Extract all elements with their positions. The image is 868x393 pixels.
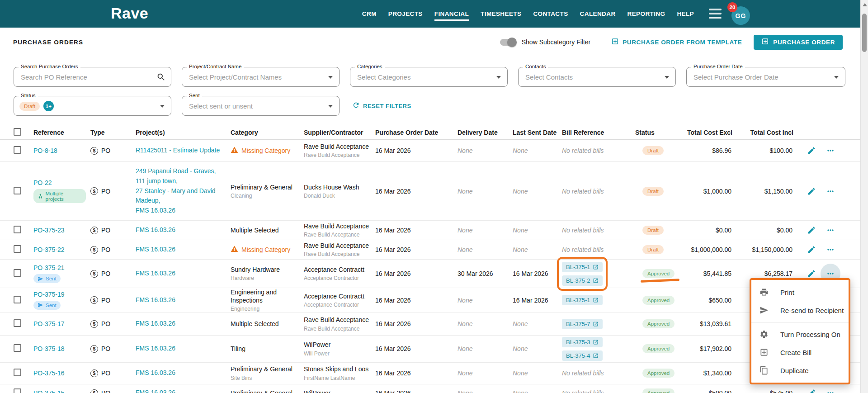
purchase-order-from-template-button[interactable]: PURCHASE ORDER FROM TEMPLATE	[611, 38, 742, 47]
scroll-thumb[interactable]	[862, 14, 867, 52]
more-actions-button[interactable]	[826, 245, 835, 254]
scroll-up-arrow[interactable]	[863, 3, 867, 6]
status-chip-count[interactable]: 1+	[43, 101, 54, 111]
po-reference-link[interactable]: PO-375-22	[33, 246, 64, 253]
nav-item-calendar[interactable]: CALENDAR	[580, 8, 616, 20]
categories-field[interactable]: Categories Select Categories	[350, 67, 508, 87]
nav-item-help[interactable]: HELP	[677, 8, 694, 20]
status-field[interactable]: Status Draft 1+	[14, 96, 171, 116]
bill-reference-link[interactable]: BL-375-1	[562, 262, 603, 272]
edit-button[interactable]	[807, 187, 816, 196]
bill-reference-link[interactable]: BL-375-3	[562, 337, 603, 347]
project-link[interactable]: FMS 16.03.26	[136, 344, 226, 354]
chevron-down-icon[interactable]	[496, 76, 501, 79]
total-cost-excl: $17,902.00	[674, 345, 736, 352]
nav-item-crm[interactable]: CRM	[362, 8, 377, 20]
project-contract-name-field[interactable]: Project/Contract Name Select Project/Con…	[182, 67, 340, 87]
status-chip-draft[interactable]: Draft	[19, 102, 40, 111]
select-all-checkbox[interactable]	[14, 128, 21, 136]
project-link[interactable]: FMS 16.03.26	[136, 368, 226, 378]
status-cell: Draft	[635, 187, 674, 196]
po-reference-link[interactable]: PO-375-16	[33, 369, 64, 377]
menu-item-turn-processing-on[interactable]: Turn Processing On	[751, 325, 849, 343]
more-actions-button[interactable]	[826, 269, 835, 278]
more-actions-button[interactable]	[826, 226, 835, 235]
chevron-down-icon[interactable]	[834, 76, 839, 79]
status-cell: Approved	[635, 344, 674, 353]
po-reference-link[interactable]: PO-375-23	[33, 227, 64, 234]
menu-item-create-bill[interactable]: Create Bill	[751, 343, 849, 361]
project-link[interactable]: R11425011 - Estimate Update	[136, 146, 226, 156]
row-checkbox[interactable]	[14, 296, 21, 303]
row-checkbox[interactable]	[14, 187, 21, 194]
row-checkbox[interactable]	[14, 226, 21, 233]
row-checkbox[interactable]	[14, 344, 21, 352]
more-actions-button[interactable]	[826, 187, 835, 196]
po-reference-link[interactable]: PO-8-18	[33, 147, 57, 154]
nav-item-projects[interactable]: PROJECTS	[388, 8, 423, 20]
po-reference-link[interactable]: PO-22	[33, 179, 52, 186]
purchase-order-date-field[interactable]: Purchase Order Date Select Purchase Orde…	[686, 67, 845, 87]
menu-item-print[interactable]: Print	[751, 283, 849, 301]
project-link[interactable]: FMS 16.03.26	[136, 225, 226, 235]
po-reference-link[interactable]: PO-375-19	[33, 291, 64, 298]
chevron-down-icon[interactable]	[665, 76, 669, 79]
reset-filters-button[interactable]: RESET FILTERS	[352, 101, 411, 110]
bill-reference-link[interactable]: BL-375-1	[562, 295, 603, 305]
menu-icon[interactable]	[709, 9, 722, 19]
menu-item-duplicate[interactable]: Duplicate	[751, 361, 849, 379]
po-reference-link[interactable]: PO-375-15	[33, 389, 64, 393]
send-icon	[760, 306, 769, 315]
toggle-label: Show Subcategory Filter	[522, 38, 591, 46]
po-reference-link[interactable]: PO-375-17	[33, 320, 64, 327]
menu-item-re-send-to-recipient[interactable]: Re-send to Recipient	[751, 301, 849, 319]
edit-button[interactable]	[807, 269, 816, 278]
app-logo[interactable]: Rave	[111, 5, 148, 22]
project-link[interactable]: 27 Stanley - Mary and David Madeup,	[136, 186, 226, 206]
edit-button[interactable]	[807, 146, 816, 155]
po-type: $PO	[90, 187, 136, 195]
po-type: $PO	[90, 389, 136, 393]
nav-item-reporting[interactable]: REPORTING	[627, 8, 665, 20]
edit-button[interactable]	[807, 245, 816, 254]
po-type: $PO	[90, 320, 136, 328]
subcategory-filter-toggle[interactable]	[500, 39, 516, 46]
project-link[interactable]: FMS 16.03.26	[136, 269, 226, 279]
row-checkbox[interactable]	[14, 388, 21, 393]
sent-field[interactable]: Sent Select sent or unsent	[182, 96, 340, 116]
po-reference-link[interactable]: PO-375-18	[33, 345, 64, 352]
bill-reference-link[interactable]: BL-375-4	[562, 350, 603, 361]
bill-reference-cell: No related bills	[562, 389, 635, 393]
nav-item-timesheets[interactable]: TIMESHEETS	[481, 8, 521, 20]
chevron-down-icon[interactable]	[328, 105, 333, 108]
bill-reference-link[interactable]: BL-375-7	[562, 319, 603, 329]
project-link[interactable]: FMS 16.03.26	[136, 245, 226, 255]
row-checkbox[interactable]	[14, 319, 21, 327]
purchase-order-button[interactable]: PURCHASE ORDER	[754, 35, 843, 50]
more-actions-button[interactable]	[826, 388, 835, 393]
nav-item-financial[interactable]: FINANCIAL	[434, 8, 469, 20]
project-link[interactable]: 111 jump town,	[136, 176, 226, 186]
row-checkbox[interactable]	[14, 369, 21, 376]
edit-button[interactable]	[807, 388, 816, 393]
status-cell: Draft	[635, 245, 674, 254]
project-link[interactable]: 249 Papanui Road - Graves,	[136, 166, 226, 176]
project-link[interactable]: FMS 16.03.26	[136, 319, 226, 329]
project-link[interactable]: FMS 16.03.26	[136, 206, 226, 216]
row-checkbox[interactable]	[14, 269, 21, 277]
nav-item-contacts[interactable]: CONTACTS	[533, 8, 568, 20]
bill-reference-link[interactable]: BL-375-2	[562, 275, 603, 286]
contacts-field[interactable]: Contacts Select Contacts	[518, 67, 676, 87]
edit-button[interactable]	[807, 226, 816, 235]
chevron-down-icon[interactable]	[160, 105, 165, 108]
search-input[interactable]	[21, 67, 138, 86]
project-link[interactable]: FMS 16.03.26	[136, 388, 226, 393]
row-checkbox[interactable]	[14, 245, 21, 253]
chevron-down-icon[interactable]	[328, 76, 333, 79]
project-link[interactable]: FMS 16.03.26	[136, 295, 226, 305]
po-reference-link[interactable]: PO-375-21	[33, 264, 64, 271]
row-checkbox[interactable]	[14, 146, 21, 154]
vertical-scrollbar[interactable]	[860, 0, 868, 393]
search-icon[interactable]	[156, 72, 166, 82]
more-actions-button[interactable]	[826, 146, 835, 155]
